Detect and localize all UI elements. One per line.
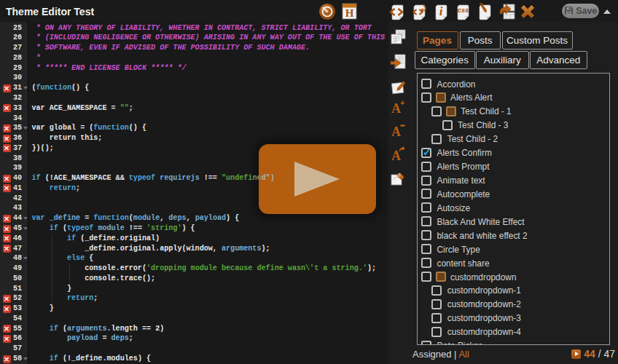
svg-text:H: H [345, 7, 354, 19]
svg-text:A: A [391, 124, 401, 138]
svg-text:+: + [400, 99, 404, 107]
svg-text:i: i [439, 4, 443, 18]
svg-text:css: css [458, 7, 469, 14]
